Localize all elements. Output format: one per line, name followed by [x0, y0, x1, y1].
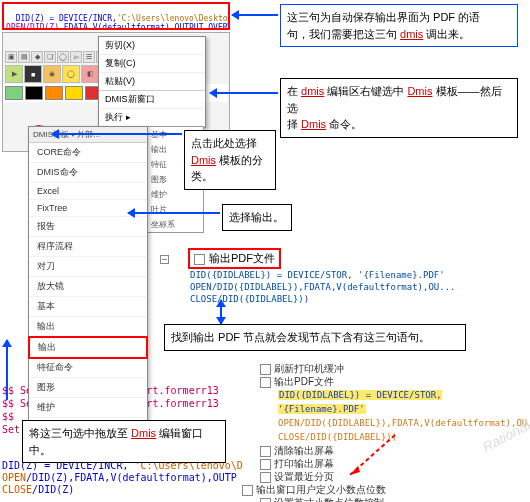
template-list-item[interactable]: 放大镜 — [29, 277, 147, 297]
arrow-icon — [220, 300, 222, 324]
toolbar-icon[interactable]: ■ — [24, 65, 42, 83]
annotation-top-right: 这三句为自动保存输出界面为 PDF 的语 句，我们需要把这三句 dmis 调出来… — [280, 4, 518, 47]
annotation-click-here: 点击此处选择 Dmis 模板的分类。 — [184, 130, 276, 190]
context-menu-item[interactable]: 执行 ▸ — [99, 109, 205, 127]
annot-text: 点击此处选择 — [191, 137, 257, 149]
toolbar-icon[interactable]: ◧ — [81, 65, 99, 83]
code-text: /DID(Z) — [32, 484, 74, 495]
tree-item[interactable]: 设置英寸小数点位数控制 — [242, 496, 526, 502]
svg-marker-1 — [350, 466, 360, 475]
annot-term: Dmis — [407, 85, 432, 97]
top-code-block: DID(Z) = DEVICE/INCR,'C:\Users\lenovo\De… — [2, 2, 230, 30]
template-list-item[interactable]: 特征命令 — [29, 358, 147, 378]
tree-collapse-icon[interactable]: − — [160, 255, 169, 264]
annot-text: 这三句为自动保存输出界面为 PDF 的语 — [287, 11, 480, 23]
annot-text: 调出来。 — [426, 28, 470, 40]
arrow-icon — [232, 14, 278, 16]
annot-text: 选择输出。 — [229, 211, 284, 223]
pdf-output-block: − 输出PDF文件 DID({DIDLABEL}) = DEVICE/STOR,… — [160, 248, 468, 305]
template-list-item[interactable]: Excel — [29, 183, 147, 200]
annot-text: 句，我们需要把这三句 — [287, 28, 397, 40]
annotation-mid-right: 在 dmis 编辑区右键选中 Dmis 模板——然后选 择 Dmis 命令。 — [280, 78, 518, 138]
arrow-icon — [210, 92, 278, 94]
template-list-item[interactable]: 输出 — [29, 317, 147, 337]
annot-text: 找到输出 PDF 节点就会发现节点下含有这三句语句。 — [171, 331, 430, 343]
template-list-item[interactable]: 对刀 — [29, 257, 147, 277]
color-swatch[interactable] — [25, 86, 43, 100]
code-text: CLOSE — [2, 484, 32, 495]
context-menu-item[interactable]: 复制(C) — [99, 55, 205, 73]
template-list-item[interactable]: 程序流程 — [29, 237, 147, 257]
toolbar-icon[interactable]: ▣ — [5, 51, 17, 63]
template-category-list[interactable]: DMIS模板 ▾ 外部... CORE命令 DMIS命令 Excel FixTr… — [28, 126, 148, 459]
annot-text: 在 — [287, 85, 298, 97]
arrow-icon — [128, 212, 220, 214]
code-text: DID(Z) = DEVICE/INCR, — [16, 14, 117, 23]
dashed-arrow-icon — [340, 430, 400, 480]
tree-item[interactable]: 输出PDF文件 — [242, 375, 526, 388]
toolbar-icon[interactable]: ❏ — [44, 51, 56, 63]
annot-text: 命令。 — [329, 118, 362, 130]
annot-term: Dmis — [131, 427, 156, 439]
toolbar-icon[interactable]: ◆ — [31, 51, 43, 63]
pdf-code-line: DID({DIDLABEL}) = DEVICE/STOR, '{Filenam… — [190, 269, 468, 281]
template-list-item[interactable]: CORE命令 — [29, 143, 147, 163]
toolbar-icon[interactable]: ☰ — [83, 51, 95, 63]
code-text: 'C:\Users\lenovo\Desktop\314PDF\NWSC14-?… — [117, 14, 230, 23]
tree-code-line[interactable]: OPEN/DID({DIDLABEL}),FDATA,V(defaultform… — [278, 418, 530, 428]
annot-term: dmis — [301, 85, 324, 97]
color-swatch[interactable] — [5, 86, 23, 100]
annot-term: dmis — [400, 28, 423, 40]
annot-text: 将这三句选中拖放至 — [29, 427, 128, 439]
template-list-item[interactable]: 维护 — [29, 398, 147, 418]
template-list-item-highlight[interactable]: 输出 — [28, 336, 148, 359]
color-swatch[interactable] — [45, 86, 63, 100]
toolbar-icon[interactable]: ◯ — [57, 51, 69, 63]
annot-term: Dmis — [301, 118, 326, 130]
annotation-select-output: 选择输出。 — [222, 204, 292, 231]
context-menu-item[interactable]: 粘贴(V) — [99, 73, 205, 91]
toolbar-icon[interactable]: ▶ — [5, 65, 23, 83]
toolbar-icon[interactable]: ▻ — [70, 51, 82, 63]
arrow-icon — [52, 133, 182, 135]
annot-text: 编辑区右键选中 — [327, 85, 404, 97]
template-list-item[interactable]: 图形 — [29, 378, 147, 398]
code-text: OPEN/DID(Z) — [6, 23, 59, 30]
code-text: /DID(Z),FDATA,V(defaultformat),OUTP — [26, 472, 237, 483]
context-menu-item[interactable]: DMIS新窗口 — [99, 91, 205, 109]
arrow-icon — [6, 340, 8, 400]
template-list-item[interactable]: DMIS命令 — [29, 163, 147, 183]
annotation-drag: 将这三句选中拖放至 Dmis 编辑窗口中。 — [22, 420, 226, 463]
toolbar-icon[interactable]: ▤ — [18, 51, 30, 63]
toolbar-icon[interactable]: ◉ — [43, 65, 61, 83]
context-menu-item[interactable]: 剪切(X) — [99, 37, 205, 55]
annot-term: Dmis — [191, 154, 216, 166]
bottom-code-block: DID(Z) = DEVICE/INCR, 'C:\Users\lenovo\D… — [2, 460, 232, 496]
tree-item[interactable]: 输出窗口用户定义小数点位数 — [242, 483, 526, 496]
code-text: OPEN — [2, 472, 26, 483]
tree-item[interactable]: 刷新打印机缓冲 — [242, 362, 526, 375]
tree-code-line[interactable]: DID({DIDLABEL}) = DEVICE/STOR, '{Filenam… — [278, 390, 442, 414]
pdf-output-title: 输出PDF文件 — [188, 248, 281, 269]
template-list-item[interactable]: 基本 — [29, 297, 147, 317]
pdf-code-line: CLOSE/DID({DIDLABEL})) — [190, 293, 468, 305]
annot-text: 择 — [287, 118, 298, 130]
toolbar-icon[interactable]: ◯ — [62, 65, 80, 83]
pdf-code-line: OPEN/DID({DIDLABEL}),FDATA,V(defaultform… — [190, 281, 468, 293]
template-list-item[interactable]: 报告 — [29, 217, 147, 237]
context-menu[interactable]: 剪切(X) 复制(C) 粘贴(V) DMIS新窗口 执行 ▸ — [98, 36, 206, 128]
sub-list-item[interactable]: 坐标系 — [147, 217, 203, 232]
color-swatch[interactable] — [65, 86, 83, 100]
sub-list-item[interactable]: 叶片 — [147, 202, 203, 217]
code-text: ,FDATA,V(defaultformat),OUTPUT,OVERWR — [59, 23, 230, 30]
annotation-find-node: 找到输出 PDF 节点就会发现节点下含有这三句语句。 — [164, 324, 466, 351]
